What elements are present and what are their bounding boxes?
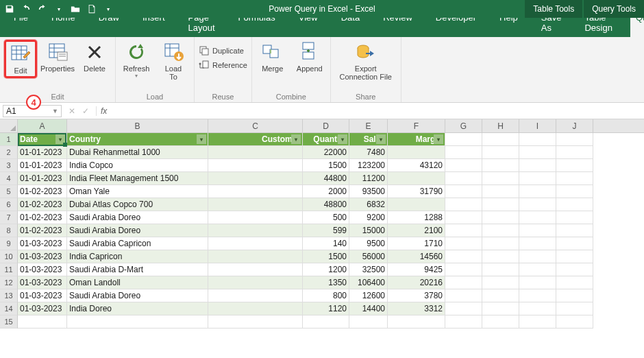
table-cell[interactable] [208, 315, 303, 329]
table-cell[interactable] [519, 289, 556, 302]
table-cell[interactable]: 2000 [303, 185, 349, 198]
table-cell[interactable]: 31790 [388, 185, 445, 198]
formula-input[interactable] [111, 103, 644, 119]
table-cell[interactable] [445, 302, 482, 315]
table-cell[interactable] [519, 315, 556, 329]
table-cell[interactable] [482, 263, 519, 276]
table-cell[interactable]: 01-01-2023 [18, 146, 67, 159]
table-cell[interactable]: 7480 [349, 146, 388, 159]
table-cell[interactable]: 1500 [303, 250, 349, 263]
accept-formula-icon[interactable]: ✓ [82, 106, 89, 116]
table-cell[interactable]: 3780 [388, 289, 445, 302]
duplicate-button[interactable]: Duplicate [199, 44, 247, 57]
table-cell[interactable] [556, 276, 593, 289]
row-header[interactable]: 6 [0, 198, 18, 211]
undo-dropdown-icon[interactable]: ▾ [53, 3, 64, 14]
table-cell[interactable]: 01-03-2023 [18, 276, 67, 289]
save-icon[interactable] [4, 3, 15, 14]
table-cell[interactable]: 1288 [388, 211, 445, 224]
redo-icon[interactable] [37, 3, 48, 14]
table-cell[interactable] [519, 263, 556, 276]
table-cell[interactable] [208, 146, 303, 159]
reference-button[interactable]: Reference [199, 58, 247, 71]
name-box-dropdown-icon[interactable]: ▼ [52, 108, 58, 115]
properties-button[interactable]: Properties [41, 40, 74, 73]
table-cell[interactable] [445, 211, 482, 224]
table-cell[interactable]: 9425 [388, 263, 445, 276]
table-cell[interactable] [556, 185, 593, 198]
row-header[interactable]: 4 [0, 172, 18, 185]
table-cell[interactable] [445, 185, 482, 198]
table-cell[interactable] [18, 315, 67, 329]
table-cell[interactable]: 1500 [303, 159, 349, 172]
table-cell[interactable] [445, 315, 482, 329]
table-cell[interactable]: Saudi Arabia Doreo [67, 211, 208, 224]
table-cell[interactable] [482, 211, 519, 224]
table-cell[interactable] [445, 289, 482, 302]
merge-button[interactable]: Merge [256, 40, 289, 73]
row-header[interactable]: 9 [0, 237, 18, 250]
table-cell[interactable]: 48800 [303, 198, 349, 211]
table-cell[interactable]: 15000 [349, 224, 388, 237]
table-cell[interactable]: Saudi Arabia Capricon [67, 237, 208, 250]
column-header[interactable]: G [445, 119, 482, 132]
append-button[interactable]: Append [293, 40, 326, 73]
edit-button[interactable]: Edit [4, 40, 37, 78]
column-header[interactable]: A [18, 119, 67, 132]
table-cell[interactable] [519, 159, 556, 172]
table-cell[interactable]: 3312 [388, 302, 445, 315]
table-cell[interactable]: 20216 [388, 276, 445, 289]
table-cell[interactable]: 14560 [388, 250, 445, 263]
table-cell[interactable]: 01-02-2023 [18, 224, 67, 237]
table-cell[interactable] [208, 276, 303, 289]
context-tab-table-tools[interactable]: Table Tools [525, 0, 582, 18]
column-header[interactable]: J [556, 119, 593, 132]
table-cell[interactable]: 01-03-2023 [18, 289, 67, 302]
table-cell[interactable] [556, 315, 593, 329]
table-cell[interactable]: 1120 [303, 302, 349, 315]
table-cell[interactable]: 43120 [388, 159, 445, 172]
table-cell[interactable]: 2100 [388, 224, 445, 237]
table-cell[interactable] [208, 172, 303, 185]
table-cell[interactable]: 22000 [303, 146, 349, 159]
filter-dropdown-icon[interactable]: ▾ [55, 134, 65, 144]
row-header[interactable]: 7 [0, 211, 18, 224]
table-cell[interactable] [519, 211, 556, 224]
table-cell[interactable]: 123200 [349, 159, 388, 172]
table-cell[interactable] [519, 237, 556, 250]
table-cell[interactable] [445, 198, 482, 211]
table-cell[interactable] [208, 159, 303, 172]
table-cell[interactable]: Dubai Atlas Copco 700 [67, 198, 208, 211]
table-cell[interactable] [445, 159, 482, 172]
table-header-cell[interactable]: Quantity▾ [303, 133, 349, 146]
refresh-button[interactable]: Refresh ▾ [120, 40, 153, 79]
row-header[interactable]: 15 [0, 315, 18, 329]
table-cell[interactable] [482, 237, 519, 250]
export-connection-button[interactable]: Export Connection File [335, 40, 397, 81]
row-header[interactable]: 3 [0, 159, 18, 172]
filter-dropdown-icon[interactable]: ▾ [291, 134, 301, 144]
table-cell[interactable] [445, 237, 482, 250]
column-header[interactable]: C [208, 119, 303, 132]
new-icon[interactable] [86, 3, 97, 14]
table-cell[interactable] [445, 146, 482, 159]
table-cell[interactable] [208, 302, 303, 315]
table-cell[interactable]: Oman Yale [67, 185, 208, 198]
table-cell[interactable] [208, 237, 303, 250]
table-cell[interactable] [67, 315, 208, 329]
table-cell[interactable] [482, 159, 519, 172]
table-cell[interactable]: 1350 [303, 276, 349, 289]
refresh-dropdown-icon[interactable]: ▾ [135, 73, 138, 79]
row-header[interactable]: 1 [0, 133, 18, 146]
table-cell[interactable] [482, 224, 519, 237]
table-cell[interactable]: 93500 [349, 185, 388, 198]
table-cell[interactable]: 599 [303, 224, 349, 237]
table-cell[interactable] [519, 146, 556, 159]
table-header-cell[interactable]: Date▾ [18, 133, 67, 146]
select-all-corner[interactable] [0, 119, 18, 132]
table-cell[interactable] [349, 315, 388, 329]
table-cell[interactable] [482, 198, 519, 211]
table-cell[interactable] [519, 185, 556, 198]
delete-button[interactable]: Delete [78, 40, 111, 73]
table-cell[interactable]: India Doreo [67, 302, 208, 315]
